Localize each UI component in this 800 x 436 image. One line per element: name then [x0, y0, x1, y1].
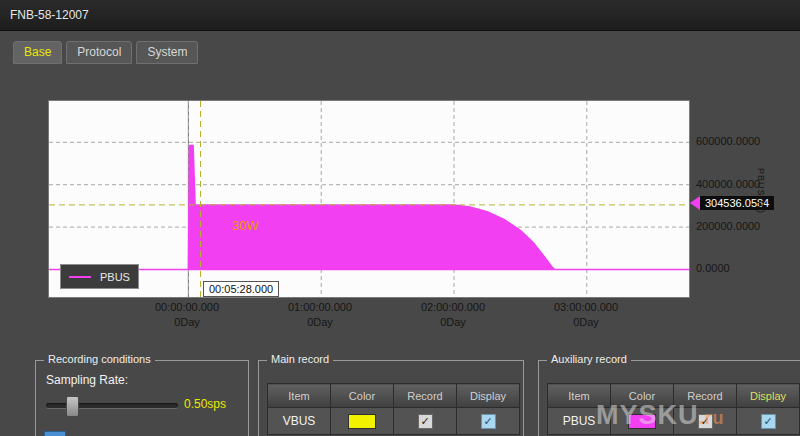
sampling-rate-value: 0.50sps — [184, 397, 226, 411]
x-tick-time: 03:00:00.000 — [554, 301, 618, 313]
auxiliary-record-group: Auxiliary record Item Color Record Displ… — [538, 360, 800, 436]
x-tick-day: 0Day — [270, 316, 370, 328]
tab-system[interactable]: System — [136, 41, 198, 64]
color-swatch[interactable] — [348, 414, 376, 429]
x-tick-2: 02:00:00.000 0Day — [403, 301, 503, 328]
auxiliary-record-table: Item Color Record Display PBUS ✓ ✓ — [547, 383, 800, 435]
recording-conditions-group: Recording conditions Sampling Rate: 0.50… — [35, 360, 249, 436]
y-tick-0: 0.0000 — [696, 262, 730, 274]
header-record[interactable]: Record — [394, 384, 457, 408]
x-tick-1: 01:00:00.000 0Day — [270, 301, 370, 328]
table-header-row: Item Color Record Display — [548, 384, 800, 408]
item-name: VBUS — [268, 408, 331, 435]
table-row: PBUS ✓ ✓ — [548, 408, 800, 435]
legend-series-label: PBUS — [100, 271, 130, 283]
title-bar: FNB-58-12007 — [0, 0, 800, 31]
y-tick-200000: 200000.0000 — [696, 220, 760, 232]
x-tick-time: 01:00:00.000 — [288, 301, 352, 313]
y-axis-name: PBUS(W) — [756, 168, 766, 214]
tab-base[interactable]: Base — [13, 41, 62, 64]
table-row: VBUS ✓ ✓ — [268, 408, 520, 435]
header-color[interactable]: Color — [331, 384, 394, 408]
display-checkbox[interactable]: ✓ — [761, 414, 776, 429]
header-display[interactable]: Display — [737, 384, 800, 408]
cut-off-control[interactable] — [44, 431, 66, 436]
y-tick-600000: 600000.0000 — [696, 135, 760, 147]
header-item[interactable]: Item — [548, 384, 611, 408]
x-tick-time: 02:00:00.000 — [421, 301, 485, 313]
sampling-rate-label: Sampling Rate: — [46, 373, 128, 387]
x-tick-day: 0Day — [403, 316, 503, 328]
chart-canvas[interactable] — [49, 101, 689, 297]
cursor-time-tooltip: 00:05:28.000 — [203, 281, 279, 297]
color-swatch[interactable] — [628, 414, 656, 429]
y-tick-400000: 400000.0000 — [696, 178, 760, 190]
recording-conditions-title: Recording conditions — [44, 353, 155, 365]
auxiliary-record-title: Auxiliary record — [547, 353, 631, 365]
app-window: FNB-58-12007 Base Protocol System 30W PB… — [0, 0, 800, 436]
sampling-rate-slider[interactable] — [46, 403, 178, 408]
legend-series-line — [69, 276, 91, 278]
tab-bar: Base Protocol System — [13, 41, 198, 64]
main-record-group: Main record Item Color Record Display VB… — [258, 360, 524, 436]
sampling-rate-slider-handle[interactable] — [66, 396, 79, 417]
chart-annotation-30w: 30W — [232, 218, 259, 233]
x-tick-3: 03:00:00.000 0Day — [536, 301, 636, 328]
header-display[interactable]: Display — [457, 384, 520, 408]
x-tick-day: 0Day — [536, 316, 636, 328]
record-checkbox[interactable]: ✓ — [418, 414, 433, 429]
x-tick-time: 00:00:00.000 — [155, 301, 219, 313]
record-checkbox[interactable]: ✓ — [698, 414, 713, 429]
header-color[interactable]: Color — [611, 384, 674, 408]
main-record-table: Item Color Record Display VBUS ✓ ✓ — [267, 383, 520, 435]
chart-plot-area[interactable] — [48, 100, 690, 298]
chart-legend: PBUS — [60, 264, 139, 289]
header-item[interactable]: Item — [268, 384, 331, 408]
window-title: FNB-58-12007 — [0, 0, 800, 30]
marker-arrow-icon — [690, 196, 700, 210]
table-header-row: Item Color Record Display — [268, 384, 520, 408]
tab-protocol[interactable]: Protocol — [66, 41, 132, 64]
display-checkbox[interactable]: ✓ — [481, 414, 496, 429]
x-tick-day: 0Day — [137, 316, 237, 328]
main-record-title: Main record — [267, 353, 333, 365]
item-name: PBUS — [548, 408, 611, 435]
x-tick-0: 00:00:00.000 0Day — [137, 301, 237, 328]
header-record[interactable]: Record — [674, 384, 737, 408]
